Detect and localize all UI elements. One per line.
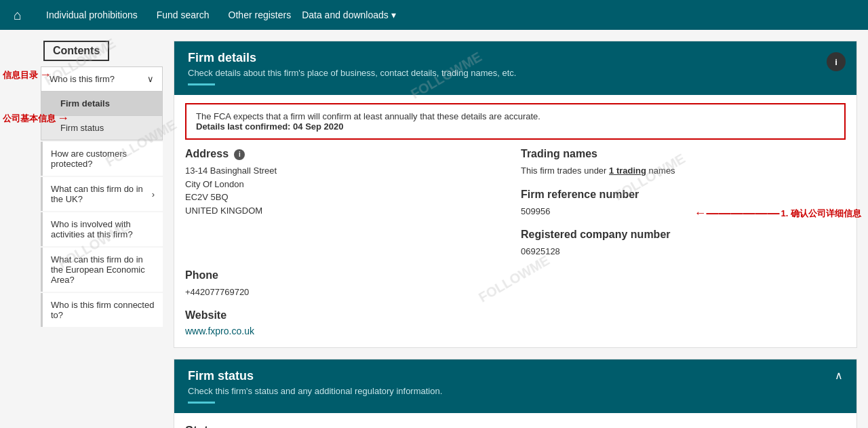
navbar: ⌂ Individual prohibitions Fund search Ot… bbox=[0, 0, 868, 30]
nav-data-downloads[interactable]: Data and downloads ▾ bbox=[302, 9, 396, 20]
address-line-2: City Of London bbox=[185, 178, 510, 191]
arrow-right-icon: → bbox=[39, 68, 52, 82]
status-card-underline bbox=[188, 402, 215, 404]
status-section: Status Authorised ←—— 2. 确认是否获得FCA授权 Sin… bbox=[174, 413, 856, 428]
address-info-icon[interactable]: i bbox=[234, 149, 245, 160]
sidebar-nav-what-can-uk[interactable]: What can this firm do in the UK? › bbox=[41, 177, 163, 211]
phone-value: +442077769720 bbox=[185, 286, 510, 299]
trading-names-section: Trading names This firm trades under 1 t… bbox=[521, 148, 846, 258]
phone-label: Phone bbox=[185, 269, 510, 281]
page-wrapper: FOLLOWME FOLLOWME FOLLOWME FOLLOWME FOLL… bbox=[0, 30, 868, 428]
annotation-confirm-details: ←—————— 1. 确认公司详细信息 bbox=[694, 206, 861, 220]
nav-other-registers[interactable]: Other registers bbox=[220, 9, 300, 20]
details-grid: Address i 13-14 Basinghall Street City O… bbox=[174, 148, 856, 347]
chevron-up-icon: ∨ bbox=[147, 74, 154, 84]
sidebar-nav-who-connected[interactable]: Who is this firm connected to? bbox=[41, 293, 163, 327]
firm-reference-label: Firm reference number bbox=[521, 189, 846, 201]
nav-fund-search[interactable]: Fund search bbox=[149, 9, 218, 20]
address-label: Address i bbox=[185, 148, 510, 160]
chevron-down-icon: ▾ bbox=[391, 9, 396, 20]
website-label: Website bbox=[185, 309, 510, 322]
sidebar-section-header[interactable]: Who is this firm? ∨ bbox=[41, 67, 162, 91]
firm-details-card: Firm details Check details about this fi… bbox=[174, 41, 857, 348]
fca-notice-text: The FCA expects that a firm will confirm… bbox=[196, 111, 540, 121]
nav-data-downloads-label: Data and downloads bbox=[302, 9, 389, 20]
registered-company-value: 06925128 bbox=[521, 245, 846, 258]
status-heading: Status bbox=[185, 424, 846, 428]
annotation-firm-basic: 公司基本信息 → bbox=[3, 111, 69, 125]
address-line-4: UNITED KINGDOM bbox=[185, 204, 510, 218]
firm-card-header: Firm details Check details about this fi… bbox=[174, 41, 856, 95]
phone-section: Phone +442077769720 bbox=[185, 269, 510, 299]
arrow-left-icon: ←—————— bbox=[694, 206, 780, 220]
chevron-right-icon: › bbox=[152, 189, 155, 199]
sidebar-nav-how-customers[interactable]: How are customers protected? bbox=[41, 142, 163, 176]
sidebar-section-label: Who is this firm? bbox=[50, 74, 115, 84]
info-circle-icon[interactable]: i bbox=[827, 52, 846, 71]
firm-status-card: Firm status Check this firm's status and… bbox=[174, 359, 857, 428]
trading-names-label: Trading names bbox=[521, 148, 846, 160]
firm-card-underline bbox=[188, 83, 215, 85]
address-line-3: EC2V 5BQ bbox=[185, 191, 510, 204]
status-card-header: Firm status Check this firm's status and… bbox=[174, 359, 856, 413]
sidebar-nav-who-involved[interactable]: Who is involved with activities at this … bbox=[41, 212, 163, 246]
trading-count: 1 trading bbox=[609, 166, 646, 176]
registered-company-label: Registered company number bbox=[521, 229, 846, 241]
contents-box: Contents bbox=[43, 41, 109, 61]
chevron-up-status-icon[interactable]: ∧ bbox=[835, 369, 843, 382]
firm-status-subtitle: Check this firm's status and any additio… bbox=[188, 386, 442, 396]
firm-status-title: Firm status bbox=[188, 369, 442, 383]
address-section: Address i 13-14 Basinghall Street City O… bbox=[185, 148, 510, 258]
address-line-1: 13-14 Basinghall Street bbox=[185, 164, 510, 178]
home-icon[interactable]: ⌂ bbox=[14, 7, 22, 23]
firm-details-title: Firm details bbox=[188, 51, 516, 65]
firm-details-subtitle: Check details about this firm's place of… bbox=[188, 68, 516, 78]
nav-individual-prohibitions[interactable]: Individual prohibitions bbox=[38, 9, 146, 20]
website-url[interactable]: www.fxpro.co.uk bbox=[185, 326, 254, 336]
annotation-contents: 信息目录 → bbox=[3, 68, 52, 82]
confirmed-label: Details last confirmed: 04 Sep 2020 bbox=[196, 121, 344, 132]
sidebar-wrapper: 信息目录 → 公司基本信息 → Contents Who is this fir… bbox=[0, 30, 163, 428]
sidebar-section-who-is-firm: Who is this firm? ∨ Firm details Firm st… bbox=[41, 66, 163, 140]
website-section: Website www.fxpro.co.uk bbox=[185, 309, 510, 336]
sidebar-nav-what-eea[interactable]: What can this firm do in the European Ec… bbox=[41, 248, 163, 292]
arrow-right-2-icon: → bbox=[57, 111, 69, 125]
fca-notice: The FCA expects that a firm will confirm… bbox=[185, 103, 846, 140]
trading-names-text: This firm trades under 1 trading names bbox=[521, 164, 846, 178]
nav-links: Individual prohibitions Fund search Othe… bbox=[38, 9, 396, 20]
